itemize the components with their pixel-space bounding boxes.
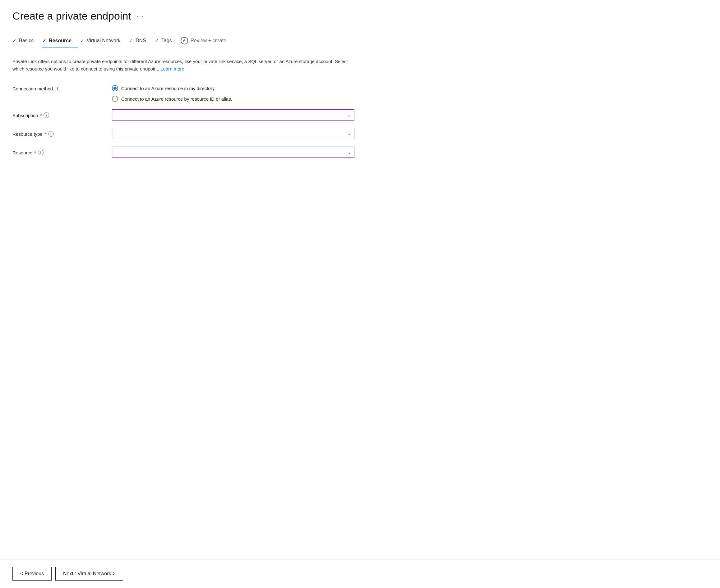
subscription-info-icon[interactable]: i — [43, 112, 49, 118]
basics-check-icon: ✓ — [13, 38, 17, 43]
ellipsis-button[interactable]: ··· — [135, 11, 146, 21]
learn-more-link[interactable]: Learn more — [160, 66, 184, 71]
tab-dns[interactable]: ✓ DNS — [129, 34, 152, 48]
connection-method-info-icon[interactable]: i — [55, 86, 60, 91]
resource-type-select[interactable] — [112, 128, 354, 139]
review-create-badge: 6 — [181, 37, 188, 44]
tab-basics[interactable]: ✓ Basics — [13, 34, 40, 48]
wizard-steps: ✓ Basics ✓ Resource ✓ Virtual Network ✓ … — [13, 33, 361, 49]
resource-form: Connection method i Connect to an Azure … — [13, 83, 354, 158]
subscription-label: Subscription * i — [13, 112, 99, 118]
tab-tags[interactable]: ✓ Tags — [155, 34, 178, 48]
tab-virtual-network-label: Virtual Network — [87, 38, 120, 43]
virtual-network-check-icon: ✓ — [80, 38, 84, 43]
tags-check-icon: ✓ — [155, 38, 159, 43]
connection-method-row: Connection method i Connect to an Azure … — [13, 83, 354, 102]
radio-directory-label: Connect to an Azure resource in my direc… — [121, 86, 216, 91]
resource-select[interactable] — [112, 147, 354, 158]
radio-directory-input[interactable] — [112, 85, 118, 91]
tab-virtual-network[interactable]: ✓ Virtual Network — [80, 34, 126, 48]
resource-info-icon[interactable]: i — [38, 150, 43, 155]
connection-method-radio-group: Connect to an Azure resource in my direc… — [112, 83, 354, 102]
tab-review-create[interactable]: 6 Review + create — [181, 33, 233, 49]
dns-check-icon: ✓ — [129, 38, 133, 43]
subscription-row: Subscription * i ⌄ — [13, 109, 354, 121]
tab-dns-label: DNS — [136, 38, 146, 43]
resource-required: * — [34, 150, 36, 155]
radio-directory[interactable]: Connect to an Azure resource in my direc… — [112, 85, 354, 91]
radio-resource-id-label: Connect to an Azure resource by resource… — [121, 96, 232, 102]
tab-review-create-label: Review + create — [191, 38, 226, 43]
next-button[interactable]: Next : Virtual Network > — [55, 567, 123, 581]
previous-button[interactable]: < Previous — [13, 567, 52, 581]
tab-tags-label: Tags — [161, 38, 172, 43]
radio-resource-id-input[interactable] — [112, 96, 118, 102]
resource-type-required: * — [44, 131, 46, 137]
description-text: Private Link offers options to create pr… — [13, 58, 354, 73]
resource-row: Resource * i ⌄ — [13, 147, 354, 158]
subscription-required: * — [40, 113, 42, 118]
resource-check-icon: ✓ — [42, 38, 46, 43]
subscription-select-wrapper: ⌄ — [112, 109, 354, 121]
tab-basics-label: Basics — [19, 38, 34, 43]
resource-type-select-wrapper: ⌄ — [112, 128, 354, 139]
subscription-select[interactable] — [112, 109, 354, 121]
resource-select-wrapper: ⌄ — [112, 147, 354, 158]
tab-resource[interactable]: ✓ Resource — [42, 34, 78, 48]
resource-type-label: Resource type * i — [13, 131, 99, 137]
footer: < Previous Next : Virtual Network > — [0, 559, 720, 588]
resource-type-info-icon[interactable]: i — [48, 131, 54, 137]
resource-label: Resource * i — [13, 150, 99, 155]
radio-resource-id[interactable]: Connect to an Azure resource by resource… — [112, 96, 354, 102]
tab-resource-label: Resource — [49, 38, 72, 43]
page-title: Create a private endpoint — [13, 10, 131, 22]
connection-method-label: Connection method i — [13, 86, 99, 91]
resource-type-row: Resource type * i ⌄ — [13, 128, 354, 139]
